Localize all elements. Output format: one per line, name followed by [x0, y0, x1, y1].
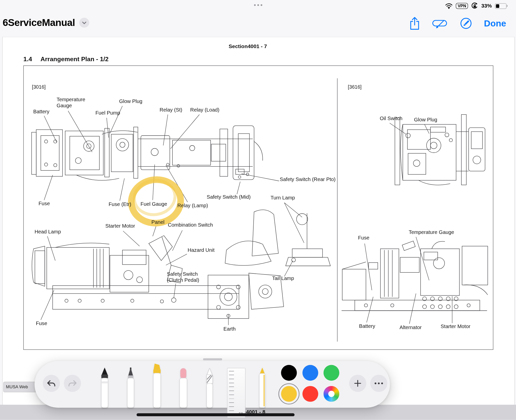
label-fuel-gauge: Fuel Gauge: [141, 201, 167, 207]
ruler-ticks: [229, 371, 234, 415]
section-title: Arrangement Plan - 1/2: [41, 56, 109, 63]
undo-button[interactable]: [43, 375, 60, 392]
label-fuse-right: Fuse: [358, 235, 369, 241]
share-button[interactable]: [409, 16, 420, 30]
label-earth: Earth: [223, 326, 235, 332]
redo-icon: [67, 378, 78, 388]
nav-bar: 6ServiceManual: [0, 12, 516, 37]
document-title: 6ServiceManual: [3, 17, 75, 28]
undo-icon: [46, 378, 57, 388]
label-safety-switch-clutch-pedal: Safety Switch (Clutch Pedal): [167, 271, 199, 283]
multitasking-indicator[interactable]: [0, 4, 516, 6]
wifi-icon: [445, 3, 453, 9]
figure-tag-3616: [3616]: [348, 84, 362, 89]
battery-percent: 33%: [481, 3, 492, 9]
page-header: Section4001 - 7: [3, 43, 493, 49]
more-options-button[interactable]: [370, 375, 387, 392]
plus-icon: [354, 379, 362, 387]
title-menu-button[interactable]: [79, 18, 89, 28]
color-swatch-yellow[interactable]: [281, 386, 297, 402]
label-starter-motor-right: Starter Motor: [441, 324, 470, 330]
label-glow-plug-right: Glow Plug: [414, 117, 437, 123]
vpn-badge: VPN: [456, 3, 468, 9]
label-alternator: Alternator: [399, 325, 422, 331]
ellipsis-icon: [374, 382, 384, 384]
section-number: 1.4: [23, 56, 32, 63]
color-swatch-green[interactable]: [324, 365, 339, 381]
label-glow-plug: Glow Plug: [119, 98, 142, 104]
pen-annotate-button[interactable]: [460, 17, 472, 30]
color-swatch-blue[interactable]: [302, 365, 318, 381]
label-battery: Battery: [33, 109, 49, 115]
label-fuel-pump: Fuel Pump: [95, 110, 120, 116]
ruler-tool[interactable]: 50: [227, 368, 246, 418]
figure-tag-3016: [3016]: [32, 84, 46, 89]
markup-toolbar-toggle-button[interactable]: [432, 18, 448, 29]
label-safety-switch-rear-pto: Safety Switch (Rear Pto): [280, 176, 336, 182]
chevron-down-icon: [82, 21, 86, 24]
pencil-tool[interactable]: [254, 366, 270, 408]
label-oil-switch: Oil Switch: [380, 116, 402, 122]
arrangement-diagram-frame: [3016] [3616] Battery Temperature Gauge …: [23, 65, 493, 350]
eraser-tool[interactable]: [176, 366, 191, 408]
label-head-lamp: Head Lamp: [35, 229, 61, 235]
label-panel: Panel: [151, 219, 164, 225]
toolbar-drag-handle[interactable]: [203, 358, 222, 360]
figure-3616-top-view: [395, 115, 485, 185]
done-button[interactable]: Done: [484, 18, 506, 29]
fine-pen-tool[interactable]: [123, 366, 139, 408]
home-indicator[interactable]: [136, 413, 294, 416]
label-fuse-etr: Fuse (Etr): [109, 201, 131, 207]
color-swatch-red[interactable]: [302, 386, 318, 402]
color-wheel[interactable]: [324, 386, 339, 402]
link-status-chip[interactable]: MUSA Web: [3, 382, 37, 392]
battery-icon: [495, 3, 507, 9]
label-starter-motor: Starter Motor: [105, 223, 135, 229]
figure-3016-top-view: [31, 126, 263, 180]
color-swatch-black[interactable]: [281, 365, 297, 381]
label-tail-lamp: Tail Lamp: [272, 275, 294, 282]
label-relay-load: Relay (Load): [190, 107, 219, 113]
status-bar: VPN 33%: [0, 0, 516, 12]
label-relay-st: Relay (St): [160, 107, 182, 113]
label-temperature-gauge: Temperature Gauge: [57, 97, 85, 109]
redo-button[interactable]: [64, 375, 81, 392]
label-fuse-lower: Fuse: [36, 321, 47, 327]
screen: VPN 33% 6ServiceManual: [0, 0, 516, 420]
label-combination-switch: Combination Switch: [168, 222, 213, 228]
label-temperature-gauge-right: Temperature Gauge: [409, 229, 454, 235]
add-annotation-button[interactable]: [349, 375, 366, 392]
label-safety-switch-mid: Safety Switch (Mid): [207, 194, 251, 200]
label-hazard-unit: Hazard Unit: [188, 247, 215, 253]
pdf-page: Section4001 - 7 1.4 Arrangement Plan - 1…: [2, 37, 515, 405]
label-fuse: Fuse: [39, 201, 50, 207]
pen-tool[interactable]: [97, 366, 113, 408]
label-turn-lamp: Turn Lamp: [270, 195, 295, 201]
rotation-lock-icon: [471, 2, 478, 10]
label-battery-right: Battery: [359, 323, 375, 329]
label-relay-lamp: Relay (Lamp): [177, 203, 208, 209]
arrangement-diagram: [24, 66, 493, 349]
highlighter-tool[interactable]: [149, 362, 165, 408]
lasso-tool[interactable]: [202, 366, 218, 408]
